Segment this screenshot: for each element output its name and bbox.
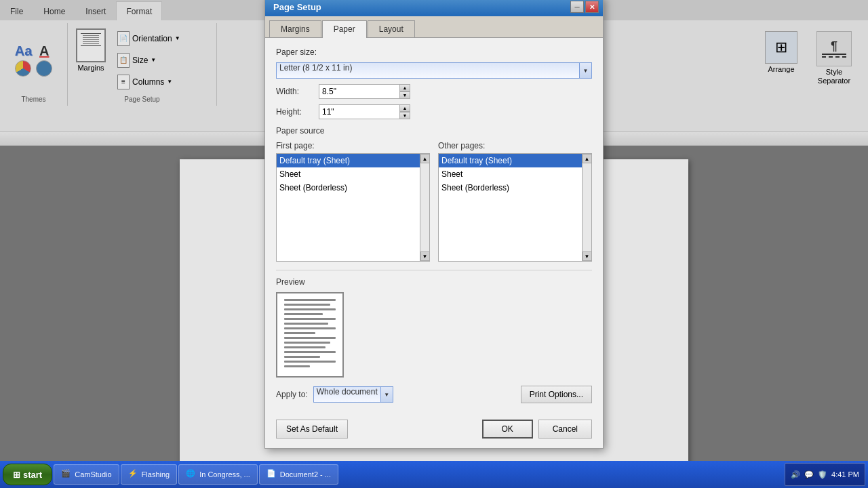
paper-size-dropdown[interactable]: ▼ xyxy=(579,63,591,78)
other-pages-scrollbar[interactable]: ▲ ▼ xyxy=(582,154,591,261)
ok-button[interactable]: OK xyxy=(482,420,533,439)
preview-line xyxy=(284,332,315,334)
height-spinner-buttons: ▲ ▼ xyxy=(399,104,410,119)
apply-to-combo: Whole document ▼ xyxy=(313,386,393,403)
first-page-scroll-down[interactable]: ▼ xyxy=(420,251,430,261)
dialog-tab-bar: Margins Paper Layout xyxy=(265,16,603,38)
camstudio-label: CamStudio xyxy=(75,470,111,479)
other-pages-col: Other pages: Default tray (Sheet) Sheet … xyxy=(438,141,592,262)
other-pages-listbox[interactable]: Default tray (Sheet) Sheet Sheet (Border… xyxy=(438,153,592,262)
tab-layout[interactable]: Layout xyxy=(368,20,415,37)
height-input[interactable] xyxy=(319,104,400,119)
height-up-button[interactable]: ▲ xyxy=(399,104,410,112)
first-page-scrollbar[interactable]: ▲ ▼ xyxy=(420,154,429,261)
speaker-icon: 🔊 xyxy=(791,470,800,479)
apply-to-dropdown[interactable]: ▼ xyxy=(380,387,393,402)
preview-line xyxy=(284,304,330,306)
message-icon: 💬 xyxy=(804,470,814,479)
camstudio-icon: 🎬 xyxy=(61,469,72,480)
other-pages-item-2[interactable]: Sheet (Borderless) xyxy=(439,181,591,195)
apply-to-label: Apply to: xyxy=(276,390,308,399)
first-page-listbox[interactable]: Default tray (Sheet) Sheet Sheet (Border… xyxy=(276,153,430,262)
apply-to-combo-wrap: Whole document ▼ xyxy=(313,386,393,403)
paper-size-row: Letter (8 1/2 x 11 in) ▼ xyxy=(276,62,592,79)
dialog-content: Paper size: Letter (8 1/2 x 11 in) ▼ Wid… xyxy=(265,38,603,413)
start-label: start xyxy=(23,470,42,480)
preview-line xyxy=(284,318,336,320)
first-page-label: First page: xyxy=(276,141,430,150)
paper-source-cols: First page: Default tray (Sheet) Sheet S… xyxy=(276,141,592,262)
first-page-item-0[interactable]: Default tray (Sheet) xyxy=(277,154,429,167)
apply-to-row: Apply to: Whole document ▼ Print Options… xyxy=(276,386,592,403)
width-down-button[interactable]: ▼ xyxy=(399,92,410,99)
other-pages-item-1[interactable]: Sheet xyxy=(439,167,591,181)
tab-margins[interactable]: Margins xyxy=(269,20,321,37)
height-row: Height: ▲ ▼ xyxy=(276,104,592,119)
modal-overlay: Page Setup ─ ✕ Margins Paper Layout Pape… xyxy=(0,0,868,488)
height-down-button[interactable]: ▼ xyxy=(399,112,410,119)
preview-label: Preview xyxy=(276,277,592,287)
tab-paper[interactable]: Paper xyxy=(322,20,367,38)
cancel-button[interactable]: Cancel xyxy=(538,420,592,439)
start-icon: ⊞ xyxy=(13,470,20,480)
first-page-scroll-up[interactable]: ▲ xyxy=(420,154,430,163)
paper-size-input[interactable]: Letter (8 1/2 x 11 in) xyxy=(277,63,579,78)
taskbar-btn-flashing[interactable]: ⚡ Flashing xyxy=(121,464,178,485)
width-spinner: ▲ ▼ xyxy=(319,84,410,99)
preview-section: Preview xyxy=(276,270,592,403)
height-spinner: ▲ ▼ xyxy=(319,104,410,119)
paper-size-label: Paper size: xyxy=(276,47,592,57)
paper-source-label: Paper source xyxy=(276,126,592,136)
other-pages-scroll-down[interactable]: ▼ xyxy=(583,251,592,261)
taskbar-btn-camstudio[interactable]: 🎬 CamStudio xyxy=(54,464,119,485)
preview-line xyxy=(284,299,336,301)
width-input[interactable] xyxy=(319,84,400,99)
footer-left: Set As Default xyxy=(276,420,348,439)
dialog-titlebar: Page Setup ─ ✕ xyxy=(265,0,603,16)
dialog-title: Page Setup xyxy=(273,2,321,12)
preview-line xyxy=(284,361,336,363)
height-label: Height: xyxy=(276,107,313,117)
preview-line xyxy=(284,346,326,348)
taskbar-btn-document[interactable]: 📄 Document2 - ... xyxy=(259,464,338,485)
paper-size-combo: Letter (8 1/2 x 11 in) ▼ xyxy=(276,62,592,79)
document-icon: 📄 xyxy=(267,469,277,480)
preview-line xyxy=(284,356,320,358)
first-page-col: First page: Default tray (Sheet) Sheet S… xyxy=(276,141,430,262)
start-button[interactable]: ⊞ start xyxy=(3,464,52,485)
print-options-button[interactable]: Print Options... xyxy=(521,386,592,403)
congress-icon: 🌐 xyxy=(186,469,197,480)
width-row: Width: ▲ ▼ xyxy=(276,84,592,99)
other-pages-scroll-up[interactable]: ▲ xyxy=(583,154,592,163)
preview-line xyxy=(284,313,323,315)
width-label: Width: xyxy=(276,87,313,96)
flashing-label: Flashing xyxy=(142,470,170,479)
close-button[interactable]: ✕ xyxy=(585,1,599,13)
preview-page xyxy=(276,292,344,378)
preview-line xyxy=(284,342,330,344)
preview-line xyxy=(284,323,328,325)
preview-line xyxy=(284,308,336,310)
paper-source-section: Paper source First page: Default tray (S… xyxy=(276,126,592,262)
apply-to-input[interactable]: Whole document xyxy=(314,387,380,402)
width-spinner-buttons: ▲ ▼ xyxy=(399,84,410,99)
preview-line xyxy=(284,351,336,353)
minimize-button[interactable]: ─ xyxy=(570,1,584,13)
preview-line xyxy=(284,365,310,367)
set-as-default-button[interactable]: Set As Default xyxy=(276,420,348,439)
other-pages-label: Other pages: xyxy=(438,141,592,150)
width-up-button[interactable]: ▲ xyxy=(399,84,410,92)
preview-line xyxy=(284,327,336,329)
footer-right: OK Cancel xyxy=(482,420,592,439)
congress-label: In Congress, ... xyxy=(199,470,250,479)
document-label: Document2 - ... xyxy=(280,470,331,479)
other-pages-item-0[interactable]: Default tray (Sheet) xyxy=(439,154,591,167)
preview-line xyxy=(284,337,336,339)
first-page-item-2[interactable]: Sheet (Borderless) xyxy=(277,181,429,195)
taskbar-btn-congress[interactable]: 🌐 In Congress, ... xyxy=(178,464,258,485)
taskbar: ⊞ start 🎬 CamStudio ⚡ Flashing 🌐 In Cong… xyxy=(0,461,868,488)
first-page-item-1[interactable]: Sheet xyxy=(277,167,429,181)
preview-area xyxy=(276,292,592,378)
flashing-icon: ⚡ xyxy=(128,469,139,480)
dialog-footer: Set As Default OK Cancel xyxy=(265,413,603,448)
